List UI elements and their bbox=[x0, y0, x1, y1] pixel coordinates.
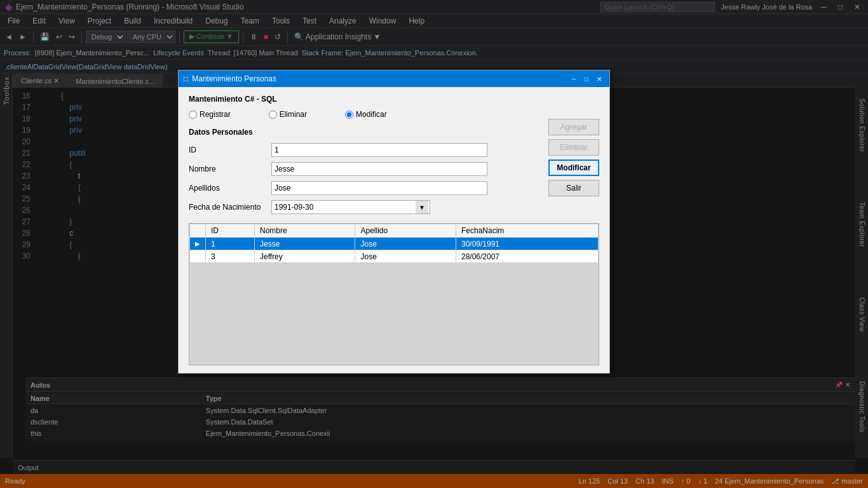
dialog-subtitle: Mantenimiento C# - SQL bbox=[189, 95, 599, 104]
grid-col-indicator bbox=[190, 224, 206, 238]
salir-button[interactable]: Salir bbox=[548, 180, 599, 196]
grid-col-fechanacim: FechaNacim bbox=[456, 224, 598, 238]
date-picker-btn[interactable]: ▼ bbox=[416, 201, 428, 214]
apellidos-row: Apellidos bbox=[189, 181, 599, 195]
fecha-value: 1991-09-30 bbox=[273, 203, 416, 212]
dialog-icon: □ bbox=[184, 74, 188, 83]
grid-row-1[interactable]: ▶ 1 Jesse Jose 30/09/1991 bbox=[190, 238, 599, 250]
radio-eliminar[interactable]: Eliminar bbox=[269, 110, 307, 119]
dialog-title: Mantenimiento Personas bbox=[192, 74, 276, 83]
radio-eliminar-label: Eliminar bbox=[280, 110, 307, 119]
dialog-controls: ─ □ ✕ bbox=[569, 74, 604, 84]
radio-registrar[interactable]: Registrar bbox=[189, 110, 231, 119]
dialog-title-bar: □ Mantenimiento Personas ─ □ ✕ bbox=[179, 71, 609, 87]
dialog-minimize-btn[interactable]: ─ bbox=[569, 74, 579, 84]
id-row: ID bbox=[189, 143, 599, 157]
grid-col-id: ID bbox=[206, 224, 255, 238]
fecha-label: Fecha de Nacimiento bbox=[189, 203, 271, 212]
eliminar-button[interactable]: Eliminar bbox=[548, 139, 599, 156]
id-label: ID bbox=[189, 146, 271, 154]
agregar-button[interactable]: Agregar bbox=[548, 119, 599, 135]
nombre-label: Nombre bbox=[189, 165, 271, 173]
dialog-maximize-btn[interactable]: □ bbox=[581, 74, 592, 84]
dialog-content: Mantenimiento C# - SQL Registrar Elimina… bbox=[179, 87, 609, 373]
fecha-row: Fecha de Nacimiento 1991-09-30 ▼ bbox=[189, 200, 599, 214]
action-buttons: Agregar Eliminar Modificar Salir bbox=[548, 119, 599, 196]
radio-registrar-label: Registrar bbox=[200, 110, 231, 119]
grid-col-nombre: Nombre bbox=[255, 224, 355, 238]
datos-personales-label: Datos Personales bbox=[189, 128, 599, 137]
radio-modificar[interactable]: Modificar bbox=[345, 110, 387, 119]
dialog-title-left: □ Mantenimiento Personas bbox=[184, 74, 276, 83]
radio-group: Registrar Eliminar Modificar bbox=[189, 110, 599, 119]
nombre-input[interactable] bbox=[271, 162, 487, 176]
dialog-close-btn[interactable]: ✕ bbox=[594, 74, 604, 84]
mantenimiento-personas-dialog: □ Mantenimiento Personas ─ □ ✕ Mantenimi… bbox=[178, 70, 610, 374]
radio-modificar-input[interactable] bbox=[345, 111, 353, 119]
nombre-row: Nombre bbox=[189, 162, 599, 176]
grid-col-apellido: Apellido bbox=[355, 224, 456, 238]
radio-modificar-label: Modificar bbox=[356, 110, 387, 119]
grid-empty-area bbox=[189, 263, 599, 365]
modificar-button[interactable]: Modificar bbox=[548, 159, 599, 176]
apellidos-label: Apellidos bbox=[189, 184, 271, 193]
grid-row-3[interactable]: 3 Jeffrey Jose 28/06/2007 bbox=[190, 250, 599, 263]
apellidos-input[interactable] bbox=[271, 181, 487, 195]
data-grid: ID Nombre Apellido FechaNacim ▶ 1 Jesse … bbox=[189, 224, 599, 263]
data-grid-container: ID Nombre Apellido FechaNacim ▶ 1 Jesse … bbox=[189, 223, 599, 365]
id-input[interactable] bbox=[271, 143, 487, 157]
radio-registrar-input[interactable] bbox=[189, 111, 197, 119]
radio-eliminar-input[interactable] bbox=[269, 111, 277, 119]
fecha-container: 1991-09-30 ▼ bbox=[271, 200, 430, 214]
grid-header-row: ID Nombre Apellido FechaNacim bbox=[190, 224, 599, 238]
